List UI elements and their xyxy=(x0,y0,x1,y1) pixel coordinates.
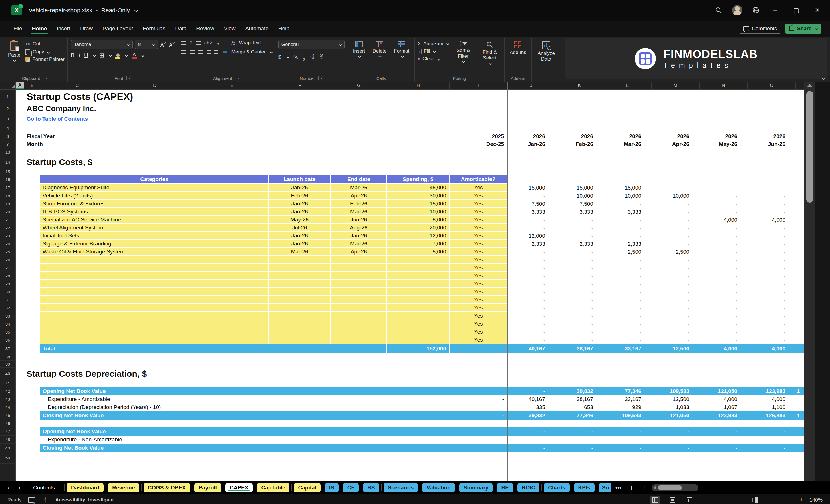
row-header-15[interactable]: 15 xyxy=(0,168,16,175)
font-name-select[interactable]: Tahoma xyxy=(71,40,133,49)
book-value-month[interactable]: 109,583 xyxy=(651,387,700,395)
row-header-37[interactable]: 37 xyxy=(0,344,16,353)
italic-button[interactable]: I xyxy=(78,52,80,59)
vertical-scrollbar[interactable] xyxy=(804,82,815,481)
spending-cell[interactable]: 30,000 xyxy=(387,192,450,200)
amortizable-cell[interactable]: Yes xyxy=(450,184,507,192)
month-value-cell[interactable]: 15,000 xyxy=(507,184,555,192)
spacer-cell[interactable] xyxy=(16,436,40,444)
book-value-label[interactable]: Opening Net Book Value xyxy=(40,427,450,436)
sheet-tab-contents[interactable]: Contents xyxy=(26,483,62,492)
partial-cell[interactable] xyxy=(796,328,804,336)
category-cell[interactable]: - xyxy=(40,304,269,312)
spacer-cell[interactable] xyxy=(16,288,40,296)
detail-month[interactable]: 4,000 xyxy=(747,395,796,403)
detail-month[interactable] xyxy=(507,436,555,444)
book-value-month[interactable]: 126,883 xyxy=(747,411,796,420)
spending-header[interactable]: Spending, $ xyxy=(387,175,450,184)
month-value-cell[interactable]: - xyxy=(700,336,747,344)
spacer-cell[interactable] xyxy=(16,175,40,184)
month-value-cell[interactable]: - xyxy=(604,328,651,336)
end-date-cell[interactable] xyxy=(331,336,387,344)
row-header-3[interactable]: 3 xyxy=(0,114,16,124)
partial-cell[interactable] xyxy=(796,403,804,411)
zoom-slider[interactable] xyxy=(710,500,795,500)
vertical-scroll-thumb[interactable] xyxy=(806,91,813,202)
amortizable-cell[interactable]: Yes xyxy=(450,216,507,224)
category-cell[interactable]: - xyxy=(40,312,269,320)
month-value-cell[interactable]: - xyxy=(507,216,555,224)
spending-cell[interactable] xyxy=(387,328,450,336)
row-header-24[interactable]: 24 xyxy=(0,240,16,248)
month-value-cell[interactable]: - xyxy=(651,232,700,240)
menu-home[interactable]: Home xyxy=(27,23,52,35)
column-header-M[interactable]: M xyxy=(651,82,700,89)
category-cell[interactable]: Wheel Alignment System xyxy=(40,224,269,232)
partial-cell[interactable] xyxy=(796,427,804,436)
month-value-cell[interactable]: - xyxy=(651,224,700,232)
sheet-tab-roic[interactable]: ROIC xyxy=(517,483,540,492)
spending-cell[interactable]: 8,000 xyxy=(387,216,450,224)
maximize-button[interactable]: ▢ xyxy=(791,7,802,14)
dialog-launcher-icon[interactable]: ↘ xyxy=(126,76,131,80)
row-header-2[interactable]: 2 xyxy=(0,103,16,114)
month-value-cell[interactable]: - xyxy=(747,192,796,200)
month-value-cell[interactable]: - xyxy=(747,280,796,288)
sheet-tab-capex[interactable]: CAPEX xyxy=(225,483,253,492)
zoom-slider-thumb[interactable] xyxy=(755,497,759,503)
row-header-36[interactable]: 36 xyxy=(0,336,16,344)
align-center-button[interactable] xyxy=(190,50,195,54)
book-value-colI[interactable] xyxy=(450,427,507,436)
column-header-partial[interactable] xyxy=(796,82,804,89)
detail-month[interactable]: 929 xyxy=(604,403,651,411)
sheet-tab-valuation[interactable]: Valuation xyxy=(422,483,455,492)
partial-cell[interactable] xyxy=(796,256,804,264)
category-cell[interactable]: Diagnostic Equipment Suite xyxy=(40,184,269,192)
spending-cell[interactable]: 10,000 xyxy=(387,208,450,216)
row-header-48[interactable]: 48 xyxy=(0,436,16,444)
row-header-14[interactable]: 14 xyxy=(0,156,16,168)
month-value-cell[interactable]: - xyxy=(700,296,747,304)
spacer-cell[interactable] xyxy=(16,387,40,395)
month-value-cell[interactable]: - xyxy=(700,256,747,264)
end-date-cell[interactable] xyxy=(331,280,387,288)
month-value-cell[interactable]: - xyxy=(700,184,747,192)
spacer-cell[interactable] xyxy=(16,248,40,256)
bold-button[interactable]: B xyxy=(71,52,75,59)
detail-colI[interactable] xyxy=(450,436,507,444)
row-header-20[interactable]: 20 xyxy=(0,208,16,216)
month-value-cell[interactable]: - xyxy=(700,224,747,232)
blank-cell[interactable] xyxy=(16,361,804,368)
month-value-cell[interactable]: - xyxy=(747,328,796,336)
column-header-A[interactable]: A xyxy=(16,82,24,89)
menu-automate[interactable]: Automate xyxy=(240,23,273,35)
merge-center-button[interactable]: Merge & Center xyxy=(231,49,266,55)
menu-view[interactable]: View xyxy=(219,23,241,35)
menu-help[interactable]: Help xyxy=(274,23,294,35)
category-cell[interactable]: - xyxy=(40,264,269,272)
launch-date-cell[interactable] xyxy=(269,288,331,296)
detail-month[interactable]: 4,000 xyxy=(700,395,747,403)
month-value-cell[interactable]: - xyxy=(700,264,747,272)
month-value-cell[interactable]: - xyxy=(604,272,651,280)
blank-cell[interactable] xyxy=(16,452,804,464)
end-date-cell[interactable]: Feb-26 xyxy=(331,200,387,208)
amortizable-header[interactable]: Amortizable? xyxy=(450,175,507,184)
spacer-cell[interactable] xyxy=(16,395,40,403)
month-value-cell[interactable]: - xyxy=(747,336,796,344)
spacer-cell[interactable] xyxy=(16,256,40,264)
month-value-cell[interactable]: - xyxy=(651,256,700,264)
shrink-font-button[interactable]: A˅ xyxy=(169,41,175,48)
category-cell[interactable]: Initial Tool Sets xyxy=(40,232,269,240)
month-value-cell[interactable]: - xyxy=(651,280,700,288)
blank-cell[interactable] xyxy=(16,149,804,156)
month-value-cell[interactable]: - xyxy=(651,200,700,208)
detail-colI[interactable]: - xyxy=(450,395,507,403)
categories-header[interactable]: Categories xyxy=(40,175,269,184)
month-value-cell[interactable]: - xyxy=(651,328,700,336)
amortizable-cell[interactable]: Yes xyxy=(450,224,507,232)
spacer-cell[interactable] xyxy=(16,444,40,452)
month-value-cell[interactable]: - xyxy=(700,280,747,288)
month-value-cell[interactable]: 15,000 xyxy=(604,184,651,192)
column-header-K[interactable]: K xyxy=(555,82,604,89)
